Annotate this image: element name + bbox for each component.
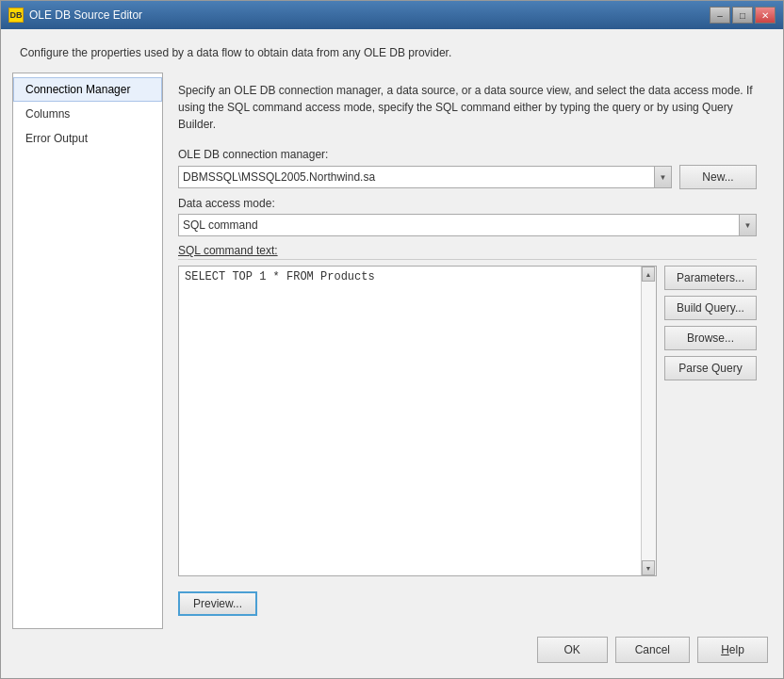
window-icon: DB [8,8,24,23]
access-mode-section: Data access mode: SQL command ▼ [178,197,757,236]
connection-label: OLE DB connection manager: [178,148,757,161]
parse-query-button[interactable]: Parse Query [664,356,757,380]
connection-dropdown-arrow[interactable]: ▼ [654,167,671,187]
connection-value: DBMSSQL\MSSQL2005.Northwind.sa [183,170,654,184]
title-bar-left: DB OLE DB Source Editor [8,8,142,23]
sql-section-label: SQL command text: [178,244,757,260]
parameters-button[interactable]: Parameters... [664,266,757,290]
access-mode-row: SQL command ▼ [178,214,757,236]
ok-button[interactable]: OK [537,637,608,663]
sql-scrollbar: ▲ ▼ [641,267,656,575]
access-mode-label: Data access mode: [178,197,757,210]
help-button[interactable]: Help [697,637,768,663]
connection-section: OLE DB connection manager: DBMSSQL\MSSQL… [178,148,757,189]
connection-dropdown[interactable]: DBMSSQL\MSSQL2005.Northwind.sa ▼ [178,166,672,188]
access-mode-dropdown[interactable]: SQL command ▼ [178,214,757,236]
close-button[interactable]: ✕ [755,7,776,24]
description-area: Configure the properties used by a data … [1,29,783,73]
access-mode-value: SQL command [183,218,739,232]
sql-editor-row: SELECT TOP 1 * FROM Products ▲ ▼ Paramet… [178,266,757,576]
title-bar-buttons: – □ ✕ [710,7,776,24]
sql-textarea-container: SELECT TOP 1 * FROM Products ▲ ▼ [178,266,657,576]
new-button[interactable]: New... [679,165,757,189]
sql-buttons: Parameters... Build Query... Browse... P… [664,266,757,576]
window-content: Configure the properties used by a data … [1,29,783,678]
browse-button[interactable]: Browse... [664,326,757,350]
title-bar: DB OLE DB Source Editor – □ ✕ [1,1,783,29]
main-window: DB OLE DB Source Editor – □ ✕ Configure … [0,0,784,679]
maximize-button[interactable]: □ [732,7,753,24]
build-query-button[interactable]: Build Query... [664,296,757,320]
preview-button[interactable]: Preview... [178,591,257,616]
minimize-button[interactable]: – [710,7,730,24]
sql-textarea[interactable]: SELECT TOP 1 * FROM Products [179,267,641,575]
instruction-text: Specify an OLE DB connection manager, a … [178,82,757,133]
sql-section-label-text: SQL command text: [178,244,278,257]
connection-row: DBMSSQL\MSSQL2005.Northwind.sa ▼ New... [178,165,757,189]
footer-buttons: OK Cancel Help [1,629,783,678]
sidebar-item-columns[interactable]: Columns [13,102,162,126]
sidebar-item-error-output[interactable]: Error Output [13,126,162,151]
sidebar: Connection Manager Columns Error Output [12,73,163,629]
scrollbar-down-button[interactable]: ▼ [642,560,655,575]
main-area: Connection Manager Columns Error Output … [1,73,783,629]
window-title: OLE DB Source Editor [29,8,142,22]
sql-section: SQL command text: SELECT TOP 1 * FROM Pr… [178,244,757,576]
access-mode-dropdown-arrow[interactable]: ▼ [739,215,756,235]
description-text: Configure the properties used by a data … [20,46,451,59]
content-panel: Specify an OLE DB connection manager, a … [163,73,772,629]
cancel-button[interactable]: Cancel [615,637,690,663]
sidebar-item-connection-manager[interactable]: Connection Manager [13,77,162,102]
preview-row: Preview... [178,584,757,620]
scrollbar-track [642,282,656,560]
scrollbar-up-button[interactable]: ▲ [642,267,655,282]
